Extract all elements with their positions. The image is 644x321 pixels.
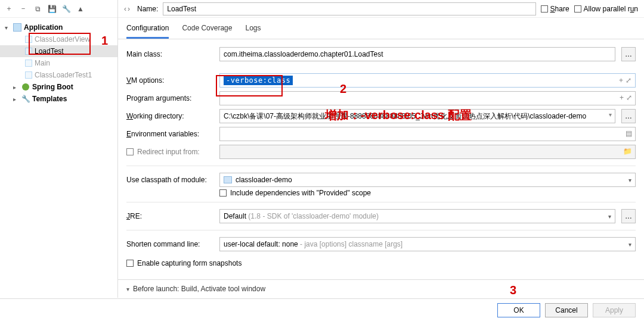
tree-label: Application bbox=[24, 23, 63, 32]
chevron-down-icon: ▾ bbox=[628, 241, 631, 248]
redirect-label: Redirect input from: bbox=[137, 148, 200, 156]
chevron-right-icon: ▸ bbox=[13, 96, 19, 102]
tree-label: LoadTest bbox=[35, 47, 64, 55]
chevron-right-icon: › bbox=[128, 5, 130, 13]
jre-label: JRE: bbox=[126, 212, 213, 220]
name-input[interactable] bbox=[163, 2, 535, 15]
env-vars-label: Environment variables: bbox=[126, 130, 213, 138]
env-vars-input[interactable] bbox=[219, 127, 636, 141]
tree-node-classloaderview[interactable]: ClassLoaderView bbox=[0, 33, 117, 45]
before-launch-label: Before launch: Build, Activate tool wind… bbox=[133, 285, 265, 293]
vm-options-value: -verbose:class bbox=[224, 76, 293, 85]
up-icon[interactable]: ▲ bbox=[75, 4, 86, 14]
working-dir-label: Working directory: bbox=[126, 112, 213, 120]
working-dir-input[interactable] bbox=[219, 109, 615, 123]
before-launch-section[interactable]: ▾ Before launch: Build, Activate tool wi… bbox=[118, 279, 644, 298]
copy-icon[interactable]: ⧉ bbox=[32, 4, 43, 14]
run-config-icon bbox=[25, 60, 32, 67]
run-config-icon bbox=[25, 71, 32, 79]
main-panel: ‹ › Name: Share Allow parallel run Confi… bbox=[118, 0, 644, 298]
wrench-icon: 🔧 bbox=[21, 95, 30, 103]
tree-label: Main bbox=[35, 59, 50, 67]
name-row: ‹ › Name: Share Allow parallel run bbox=[118, 0, 644, 18]
tree-label: Templates bbox=[32, 95, 67, 103]
sidebar-toolbar: ＋ － ⧉ 💾 🔧 ▲ bbox=[0, 0, 117, 18]
save-icon[interactable]: 💾 bbox=[47, 4, 57, 14]
tree-node-loadtest[interactable]: LoadTest bbox=[0, 45, 117, 57]
checkbox-icon bbox=[541, 5, 548, 13]
checkbox-icon bbox=[219, 189, 227, 197]
chevron-down-icon: ▾ bbox=[608, 213, 611, 220]
name-label: Name: bbox=[137, 5, 158, 13]
main-class-label: Main class: bbox=[126, 50, 213, 58]
tab-code-coverage[interactable]: Code Coverage bbox=[182, 24, 232, 39]
include-provided-checkbox[interactable]: Include dependencies with "Provided" sco… bbox=[126, 189, 636, 197]
chevron-down-icon: ▾ bbox=[628, 177, 631, 183]
list-icon[interactable]: ▤ bbox=[626, 129, 632, 138]
browse-jre-button[interactable]: … bbox=[621, 209, 636, 223]
chevron-down-icon[interactable]: ▾ bbox=[609, 111, 612, 118]
tab-logs[interactable]: Logs bbox=[245, 24, 261, 39]
dialog-footer: OK Cancel Apply bbox=[0, 298, 644, 321]
add-icon[interactable]: ＋ bbox=[4, 4, 14, 14]
config-tree: ▾ Application ClassLoaderView LoadTest M… bbox=[0, 18, 117, 298]
redirect-input bbox=[219, 145, 636, 159]
apply-button: Apply bbox=[593, 303, 636, 317]
add-icon[interactable]: + bbox=[620, 94, 624, 102]
classpath-value: classloader-demo bbox=[236, 176, 292, 184]
redirect-input-checkbox[interactable]: Redirect input from: bbox=[126, 148, 213, 156]
checkbox-icon bbox=[126, 148, 134, 155]
tree-label: ClassLoaderTest1 bbox=[35, 71, 92, 79]
classpath-label: Use classpath of module: bbox=[126, 176, 213, 184]
shorten-value: user-local default: none bbox=[224, 240, 298, 248]
ok-button[interactable]: OK bbox=[497, 303, 540, 317]
shorten-combo[interactable]: user-local default: none - java [options… bbox=[219, 237, 636, 251]
snapshot-checkbox[interactable]: Enable capturing form snapshots bbox=[126, 259, 242, 267]
wrench-icon[interactable]: 🔧 bbox=[61, 4, 72, 14]
parallel-label: Allow parallel run bbox=[584, 5, 638, 13]
module-icon bbox=[224, 176, 232, 183]
expand-icon[interactable]: ⤢ bbox=[626, 76, 631, 85]
browse-working-dir-button[interactable]: … bbox=[621, 109, 636, 123]
jre-combo[interactable]: Default (1.8 - SDK of 'classloader-demo'… bbox=[219, 209, 615, 223]
application-icon bbox=[13, 23, 21, 32]
tabs: Configuration Code Coverage Logs bbox=[118, 18, 644, 39]
cancel-button[interactable]: Cancel bbox=[545, 303, 588, 317]
program-args-input[interactable] bbox=[219, 91, 636, 105]
shorten-label: Shorten command line: bbox=[126, 240, 213, 248]
form-body: Main class: … VM options: -verbose:class… bbox=[118, 39, 644, 279]
jre-hint: (1.8 - SDK of 'classloader-demo' module) bbox=[246, 212, 379, 220]
tree-node-springboot[interactable]: ▸ Spring Boot bbox=[0, 81, 117, 93]
history-nav[interactable]: ‹ › bbox=[124, 5, 130, 13]
program-args-label: Program arguments: bbox=[126, 94, 213, 102]
springboot-icon bbox=[21, 83, 30, 91]
tree-label: ClassLoaderView bbox=[35, 35, 90, 43]
expand-icon[interactable]: ⤢ bbox=[626, 94, 632, 102]
vm-options-input[interactable]: -verbose:class + ⤢ bbox=[219, 73, 636, 88]
chevron-down-icon: ▾ bbox=[5, 24, 11, 31]
sidebar: ＋ － ⧉ 💾 🔧 ▲ ▾ Application ClassLoaderVie… bbox=[0, 0, 118, 298]
share-checkbox[interactable]: Share bbox=[541, 5, 569, 13]
include-provided-label: Include dependencies with "Provided" sco… bbox=[230, 189, 371, 197]
remove-icon[interactable]: － bbox=[18, 4, 29, 14]
share-label: hare bbox=[555, 5, 569, 13]
tree-node-application[interactable]: ▾ Application bbox=[0, 21, 117, 33]
tree-node-classloadertest1[interactable]: ClassLoaderTest1 bbox=[0, 69, 117, 81]
checkbox-icon bbox=[574, 5, 581, 13]
folder-icon: 📁 bbox=[623, 147, 632, 155]
vm-options-label: VM options: bbox=[126, 76, 213, 85]
main-class-input[interactable] bbox=[219, 47, 615, 61]
parallel-checkbox[interactable]: Allow parallel run bbox=[574, 5, 638, 13]
snapshot-label: Enable capturing form snapshots bbox=[137, 259, 242, 267]
jre-value: Default bbox=[224, 212, 246, 220]
tree-node-templates[interactable]: ▸ 🔧 Templates bbox=[0, 93, 117, 105]
shorten-hint: - java [options] classname [args] bbox=[298, 240, 402, 248]
tree-node-main[interactable]: Main bbox=[0, 57, 117, 69]
add-icon[interactable]: + bbox=[619, 76, 623, 85]
classpath-combo[interactable]: classloader-demo ▾ bbox=[219, 173, 636, 187]
svg-point-0 bbox=[22, 83, 29, 91]
browse-main-class-button[interactable]: … bbox=[621, 47, 636, 61]
tab-configuration[interactable]: Configuration bbox=[126, 24, 169, 39]
chevron-left-icon: ‹ bbox=[124, 5, 126, 13]
tree-label: Spring Boot bbox=[32, 83, 73, 91]
